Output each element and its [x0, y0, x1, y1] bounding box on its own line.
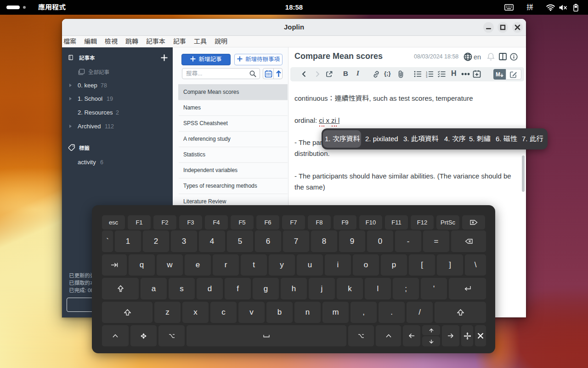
svg-text:M: M: [496, 71, 500, 78]
svg-text:3: 3: [426, 75, 428, 78]
